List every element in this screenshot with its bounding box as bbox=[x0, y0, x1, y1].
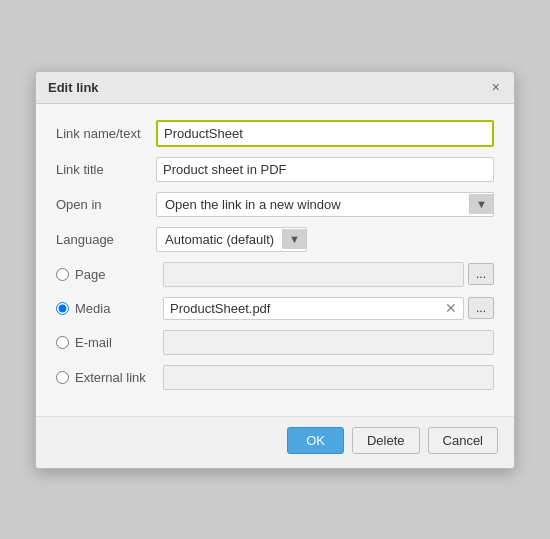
link-name-label: Link name/text bbox=[56, 126, 156, 141]
language-wrap: Automatic (default) ▼ bbox=[156, 227, 494, 252]
language-arrow-icon[interactable]: ▼ bbox=[282, 229, 306, 249]
email-control-wrap bbox=[163, 330, 494, 355]
email-row: E-mail bbox=[56, 330, 494, 355]
media-input-container: ProductSheet.pdf ✕ bbox=[163, 297, 464, 320]
dialog-title: Edit link bbox=[48, 80, 99, 95]
email-input[interactable] bbox=[163, 330, 494, 355]
link-name-wrap bbox=[156, 120, 494, 147]
language-row: Language Automatic (default) ▼ bbox=[56, 227, 494, 252]
open-in-arrow-icon[interactable]: ▼ bbox=[469, 194, 493, 214]
link-name-input[interactable] bbox=[156, 120, 494, 147]
open-in-label: Open in bbox=[56, 197, 156, 212]
open-in-value: Open the link in a new window bbox=[157, 193, 469, 216]
language-select[interactable]: Automatic (default) ▼ bbox=[156, 227, 307, 252]
page-radio-label: Page bbox=[75, 267, 163, 282]
media-clear-button[interactable]: ✕ bbox=[445, 301, 457, 315]
close-button[interactable]: × bbox=[490, 80, 502, 94]
dialog-footer: OK Delete Cancel bbox=[36, 416, 514, 468]
ok-button[interactable]: OK bbox=[287, 427, 344, 454]
link-title-wrap bbox=[156, 157, 494, 182]
external-link-radio[interactable] bbox=[56, 371, 69, 384]
dialog-header: Edit link × bbox=[36, 72, 514, 104]
page-radio[interactable] bbox=[56, 268, 69, 281]
link-title-row: Link title bbox=[56, 157, 494, 182]
media-filename: ProductSheet.pdf bbox=[170, 301, 441, 316]
link-name-row: Link name/text bbox=[56, 120, 494, 147]
external-link-input[interactable] bbox=[163, 365, 494, 390]
link-title-label: Link title bbox=[56, 162, 156, 177]
open-in-select[interactable]: Open the link in a new window ▼ bbox=[156, 192, 494, 217]
page-control-wrap: ... bbox=[163, 262, 494, 287]
delete-button[interactable]: Delete bbox=[352, 427, 420, 454]
link-title-input[interactable] bbox=[156, 157, 494, 182]
page-row: Page ... bbox=[56, 262, 494, 287]
page-browse-button[interactable]: ... bbox=[468, 263, 494, 285]
media-radio-label: Media bbox=[75, 301, 163, 316]
external-link-row: External link bbox=[56, 365, 494, 390]
language-label: Language bbox=[56, 232, 156, 247]
page-input[interactable] bbox=[163, 262, 464, 287]
external-link-control-wrap bbox=[163, 365, 494, 390]
media-control-wrap: ProductSheet.pdf ✕ ... bbox=[163, 297, 494, 320]
media-row: Media ProductSheet.pdf ✕ ... bbox=[56, 297, 494, 320]
dialog-body: Link name/text Link title Open in Open t… bbox=[36, 104, 514, 416]
email-radio-label: E-mail bbox=[75, 335, 163, 350]
open-in-row: Open in Open the link in a new window ▼ bbox=[56, 192, 494, 217]
email-radio[interactable] bbox=[56, 336, 69, 349]
open-in-wrap: Open the link in a new window ▼ bbox=[156, 192, 494, 217]
language-value: Automatic (default) bbox=[157, 228, 282, 251]
media-radio[interactable] bbox=[56, 302, 69, 315]
media-browse-button[interactable]: ... bbox=[468, 297, 494, 319]
cancel-button[interactable]: Cancel bbox=[428, 427, 498, 454]
edit-link-dialog: Edit link × Link name/text Link title Op… bbox=[35, 71, 515, 469]
external-link-radio-label: External link bbox=[75, 370, 163, 385]
